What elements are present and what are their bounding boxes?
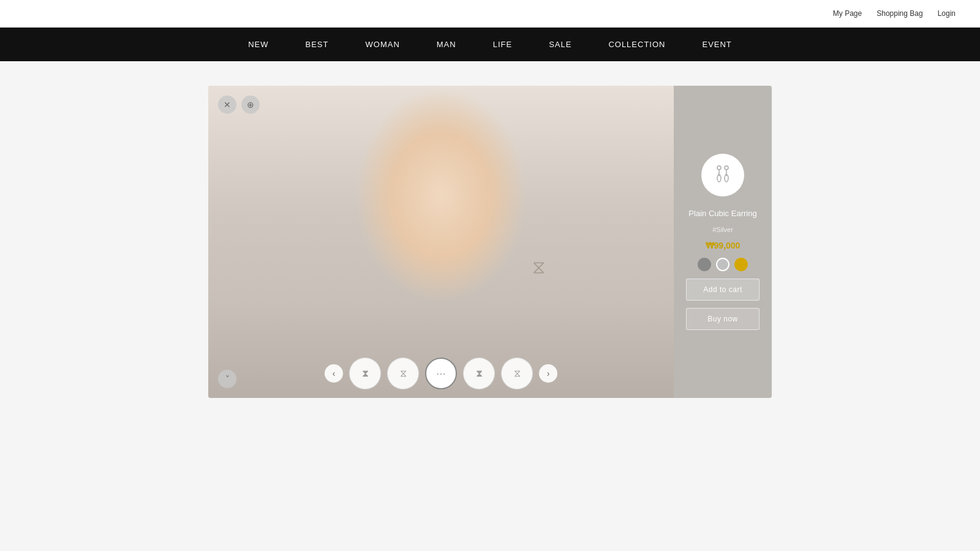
earring-thumb-icon-5: ⧖ xyxy=(514,368,521,379)
nav-collection[interactable]: COLLECTION xyxy=(608,40,665,49)
chevron-right-icon: › xyxy=(547,369,550,378)
color-gray[interactable] xyxy=(698,258,711,271)
color-gold[interactable] xyxy=(734,258,748,271)
nav-new[interactable]: NEW xyxy=(248,40,268,49)
add-to-cart-button[interactable]: Add to cart xyxy=(686,279,760,301)
zoom-icon: ⊕ xyxy=(247,100,254,110)
thumbnail-2[interactable]: ⧖ xyxy=(387,358,419,389)
svg-point-3 xyxy=(725,166,728,170)
content-area: ⧖ ✕ ⊕ ˅ ‹ ⧗ ⧖ ⋯ xyxy=(0,61,980,422)
earring-thumb-icon-2: ⧖ xyxy=(400,368,407,379)
product-panel: Plain Cubic Earring #Silver ₩99,000 Add … xyxy=(674,86,772,398)
thumbnail-4[interactable]: ⧗ xyxy=(463,358,495,389)
chevron-left-icon: ‹ xyxy=(333,369,336,378)
color-options xyxy=(698,258,748,271)
product-name: Plain Cubic Earring xyxy=(688,209,756,219)
close-icon: ✕ xyxy=(224,100,231,110)
product-viewer: ⧖ ✕ ⊕ ˅ ‹ ⧗ ⧖ ⋯ xyxy=(208,86,772,398)
my-page-link[interactable]: My Page xyxy=(833,9,862,18)
nav-woman[interactable]: WOMAN xyxy=(366,40,400,49)
thumbnail-3[interactable]: ⋯ xyxy=(425,358,457,389)
thumbnail-1[interactable]: ⧗ xyxy=(349,358,381,389)
zoom-button[interactable]: ⊕ xyxy=(241,96,260,114)
close-button[interactable]: ✕ xyxy=(218,96,236,114)
viewer-controls: ✕ ⊕ xyxy=(218,96,260,114)
prev-thumbnail-button[interactable]: ‹ xyxy=(325,364,343,383)
thumbnail-5[interactable]: ⧖ xyxy=(501,358,533,389)
thumbnail-strip: ‹ ⧗ ⧖ ⋯ ⧗ ⧖ › xyxy=(208,349,674,398)
svg-point-0 xyxy=(717,166,721,170)
shopping-bag-link[interactable]: Shopping Bag xyxy=(876,9,922,18)
product-price: ₩99,000 xyxy=(706,241,741,250)
earring-icon xyxy=(710,163,735,187)
earring-display: ⧖ xyxy=(532,257,545,279)
main-nav: NEW BEST WOMAN MAN LIFE SALE COLLECTION … xyxy=(0,28,980,61)
product-material: #Silver xyxy=(712,226,733,233)
earring-thumb-icon-3: ⋯ xyxy=(436,368,446,380)
nav-event[interactable]: EVENT xyxy=(702,40,731,49)
earring-thumb-icon-1: ⧗ xyxy=(362,368,369,379)
nav-sale[interactable]: SALE xyxy=(549,40,571,49)
login-link[interactable]: Login xyxy=(938,9,956,18)
nav-life[interactable]: LIFE xyxy=(493,40,512,49)
color-silver[interactable] xyxy=(716,258,729,271)
buy-now-button[interactable]: Buy now xyxy=(686,308,760,330)
product-icon-circle xyxy=(701,154,744,197)
next-thumbnail-button[interactable]: › xyxy=(539,364,557,383)
top-header: My Page Shopping Bag Login xyxy=(0,0,980,28)
nav-man[interactable]: MAN xyxy=(437,40,456,49)
earring-thumb-icon-4: ⧗ xyxy=(476,368,483,379)
nav-best[interactable]: BEST xyxy=(306,40,329,49)
